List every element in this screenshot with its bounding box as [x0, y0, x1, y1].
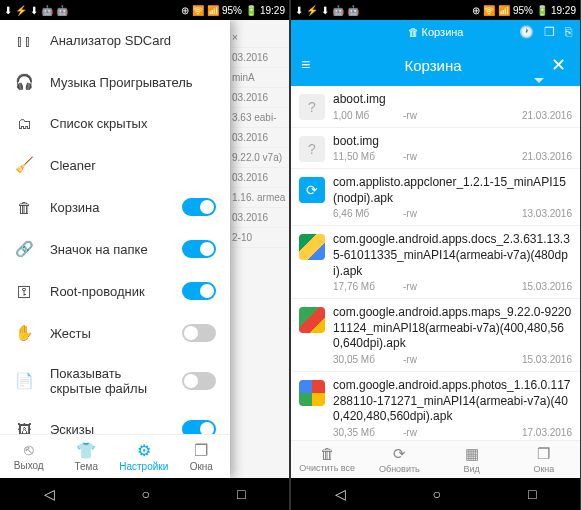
file-icon: ? — [299, 94, 325, 120]
toggle[interactable] — [182, 324, 216, 342]
file-list: ?aboot.img1,00 Мб-rw21.03.2016?boot.img1… — [291, 86, 580, 440]
bottom-label: Окна — [190, 461, 213, 472]
copy-icon[interactable]: ⎘ — [565, 25, 572, 39]
drawer-bottom-Тема[interactable]: 👕Тема — [58, 435, 116, 478]
status-bar: ⬇⚡⬇🤖🤖 ⊕🛜📶95%🔋19:29 — [0, 0, 289, 20]
drawer-item-1[interactable]: 🎧Музыка Проигрыватель — [0, 61, 230, 103]
close-icon[interactable]: ✕ — [547, 54, 570, 76]
toggle[interactable] — [182, 372, 216, 390]
android-navbar: ◁ ○ □ — [291, 478, 580, 510]
file-item[interactable]: com.google.android.apps.photos_1.16.0.11… — [291, 372, 580, 440]
file-name: com.applisto.appcloner_1.2.1-15_minAPI15… — [333, 175, 572, 206]
bottom-toolbar: 🗑Очистить все⟳Обновить▦Вид❐Окна — [291, 440, 580, 478]
file-meta: 11,50 Мб-rw21.03.2016 — [333, 151, 572, 162]
drawer-item-7[interactable]: ✋Жесты — [0, 312, 230, 354]
toolbar-icon: ⟳ — [363, 445, 435, 463]
dropdown-indicator[interactable] — [534, 78, 544, 83]
toggle[interactable] — [182, 198, 216, 216]
file-meta: 30,35 Мб-rw17.03.2016 — [333, 427, 572, 438]
drawer-icon: 🗂 — [14, 115, 34, 132]
file-item[interactable]: ?boot.img11,50 Мб-rw21.03.2016 — [291, 128, 580, 170]
toolbar-Обновить[interactable]: ⟳Обновить — [363, 441, 435, 478]
nav-recent[interactable]: □ — [237, 486, 245, 502]
file-name: aboot.img — [333, 92, 572, 108]
drawer-label: Анализатор SDCard — [50, 33, 216, 48]
file-meta: 17,76 Мб-rw15.03.2016 — [333, 281, 572, 292]
toolbar-icon: 🗑 — [291, 445, 363, 462]
drawer-item-0[interactable]: ⫿⫿Анализатор SDCard — [0, 20, 230, 61]
file-item[interactable]: ?aboot.img1,00 Мб-rw21.03.2016 — [291, 86, 580, 128]
toolbar-Очистить все[interactable]: 🗑Очистить все — [291, 441, 363, 478]
drawer-label: Эскизы — [50, 422, 166, 435]
toolbar-Вид[interactable]: ▦Вид — [436, 441, 508, 478]
app-bar: 🗑 Корзина 🕐❐⎘ — [291, 20, 580, 44]
toolbar-label: Обновить — [379, 464, 420, 474]
drawer-icon: 🎧 — [14, 73, 34, 91]
page-title: Корзина — [319, 57, 547, 74]
drawer-icon: ✋ — [14, 324, 34, 342]
drawer-item-2[interactable]: 🗂Список скрытых — [0, 103, 230, 144]
drawer-bottom-Выход[interactable]: ⎋Выход — [0, 435, 58, 478]
toggle[interactable] — [182, 282, 216, 300]
file-icon: ? — [299, 136, 325, 162]
phone-right: ⬇⚡⬇🤖🤖 ⊕🛜📶95%🔋19:29 🗑 Корзина 🕐❐⎘ ≡ Корзи… — [291, 0, 580, 510]
drawer-label: Значок на папке — [50, 242, 166, 257]
drawer-label: Список скрытых — [50, 116, 216, 131]
clock-icon[interactable]: 🕐 — [519, 25, 534, 39]
toolbar-label: Очистить все — [299, 463, 355, 473]
file-name: boot.img — [333, 134, 572, 150]
drawer-item-4[interactable]: 🗑Корзина — [0, 186, 230, 228]
file-item[interactable]: com.google.android.apps.docs_2.3.631.13.… — [291, 226, 580, 299]
drawer-icon: 🗑 — [14, 199, 34, 216]
file-item[interactable]: com.google.android.apps.maps_9.22.0-9220… — [291, 299, 580, 372]
background-list: ×03.2016minA 03.20163.63 eabi-03.2016 9.… — [230, 20, 289, 478]
toolbar-label: Окна — [533, 464, 554, 474]
file-name: com.google.android.apps.maps_9.22.0-9220… — [333, 305, 572, 352]
drawer-icon: 🧹 — [14, 156, 34, 174]
nav-home[interactable]: ○ — [433, 486, 441, 502]
file-meta: 30,05 Мб-rw15.03.2016 — [333, 354, 572, 365]
nav-back[interactable]: ◁ — [44, 486, 55, 502]
drawer-item-3[interactable]: 🧹Cleaner — [0, 144, 230, 186]
file-item[interactable]: ⟳com.applisto.appcloner_1.2.1-15_minAPI1… — [291, 169, 580, 226]
drawer-label: Cleaner — [50, 158, 216, 173]
drawer-item-9[interactable]: 🖼Эскизы — [0, 408, 230, 434]
drawer-label: Жесты — [50, 326, 166, 341]
nav-back[interactable]: ◁ — [335, 486, 346, 502]
toggle[interactable] — [182, 240, 216, 258]
breadcrumb[interactable]: 🗑 Корзина — [408, 26, 464, 38]
toolbar-icon: ▦ — [436, 445, 508, 463]
drawer-bottom-Окна[interactable]: ❐Окна — [173, 435, 231, 478]
windows-icon[interactable]: ❐ — [544, 25, 555, 39]
file-icon: ⟳ — [299, 177, 325, 203]
file-meta: 6,46 Мб-rw13.03.2016 — [333, 208, 572, 219]
file-meta: 1,00 Мб-rw21.03.2016 — [333, 110, 572, 121]
drawer-label: Root-проводник — [50, 284, 166, 299]
nav-recent[interactable]: □ — [528, 486, 536, 502]
toggle[interactable] — [182, 420, 216, 434]
drawer-icon: 🔗 — [14, 240, 34, 258]
toolbar-Окна[interactable]: ❐Окна — [508, 441, 580, 478]
file-icon — [299, 307, 325, 333]
bottom-icon: ❐ — [173, 441, 231, 460]
bottom-label: Тема — [74, 461, 98, 472]
drawer-label: Корзина — [50, 200, 166, 215]
menu-icon[interactable]: ≡ — [301, 56, 319, 74]
drawer-icon: 🖼 — [14, 421, 34, 435]
bottom-icon: 👕 — [58, 441, 116, 460]
file-icon — [299, 380, 325, 406]
toolbar-label: Вид — [463, 464, 479, 474]
drawer-label: Показывать скрытые файлы — [50, 366, 166, 396]
drawer-icon: ⚿ — [14, 283, 34, 300]
bottom-icon: ⚙ — [115, 441, 173, 460]
drawer-item-6[interactable]: ⚿Root-проводник — [0, 270, 230, 312]
bottom-label: Настройки — [119, 461, 168, 472]
nav-home[interactable]: ○ — [142, 486, 150, 502]
settings-drawer: ⫿⫿Анализатор SDCard🎧Музыка Проигрыватель… — [0, 20, 230, 478]
drawer-bottom-Настройки[interactable]: ⚙Настройки — [115, 435, 173, 478]
bottom-icon: ⎋ — [0, 441, 58, 459]
phone-left: ⬇⚡⬇🤖🤖 ⊕🛜📶95%🔋19:29 ×03.2016minA 03.20163… — [0, 0, 289, 510]
file-name: com.google.android.apps.photos_1.16.0.11… — [333, 378, 572, 425]
drawer-item-5[interactable]: 🔗Значок на папке — [0, 228, 230, 270]
drawer-item-8[interactable]: 📄Показывать скрытые файлы — [0, 354, 230, 408]
